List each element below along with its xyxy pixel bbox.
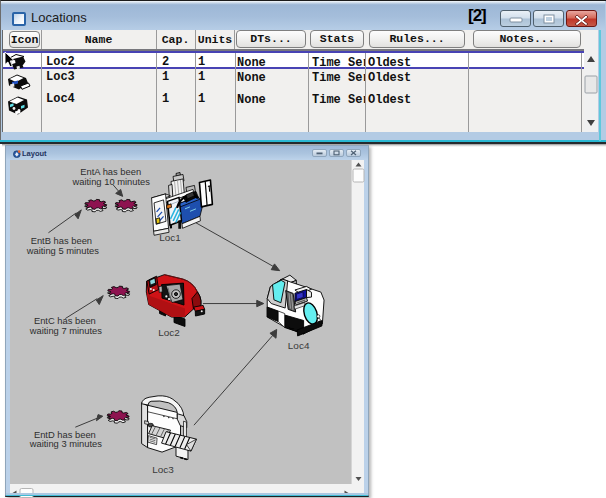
- svg-text:waiting 7 minutes: waiting 7 minutes: [29, 326, 103, 336]
- svg-text:waiting 10 minutes: waiting 10 minutes: [71, 177, 150, 187]
- svg-text:waiting 5 minutes: waiting 5 minutes: [26, 246, 100, 256]
- svg-text:Loc3: Loc3: [152, 464, 174, 475]
- svg-text:Loc2: Loc2: [158, 327, 180, 338]
- svg-text:waiting 3 minutes: waiting 3 minutes: [29, 439, 103, 449]
- svg-text:Loc4: Loc4: [288, 340, 310, 351]
